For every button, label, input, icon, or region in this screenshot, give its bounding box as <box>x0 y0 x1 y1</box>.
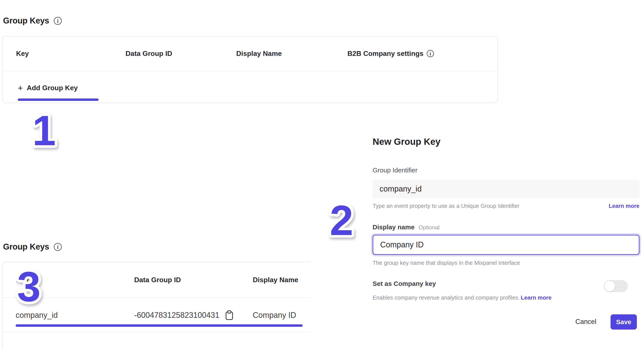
display-name-label-row: Display name Optional <box>372 224 440 231</box>
svg-text:3: 3 <box>17 263 40 310</box>
svg-text:i: i <box>57 244 58 250</box>
svg-text:i: i <box>57 18 58 24</box>
optional-tag: Optional <box>418 224 440 231</box>
column-header-display-name: Display Name <box>253 276 298 284</box>
page-title: Group Keys <box>3 16 49 26</box>
svg-text:2: 2 <box>330 197 353 244</box>
info-icon[interactable]: i <box>54 243 62 251</box>
info-icon[interactable]: i <box>54 17 62 25</box>
group-keys-table-top: Key Data Group ID Display Name B2B Compa… <box>2 36 498 103</box>
group-identifier-input[interactable] <box>372 180 640 198</box>
column-header-data-group-id: Data Group ID <box>126 50 172 58</box>
step-1-badge: 1 <box>24 106 65 156</box>
display-name-helper-text: The group key name that displays in the … <box>372 260 520 266</box>
column-header-display-name: Display Name <box>236 50 282 58</box>
table-header-divider <box>2 71 498 71</box>
annotation-underline-table-row <box>16 324 303 327</box>
learn-more-link[interactable]: Learn more <box>521 294 552 301</box>
group-keys-heading-top: Group Keys i <box>3 16 62 26</box>
display-name-input[interactable] <box>372 235 640 255</box>
company-key-toggle[interactable] <box>604 280 628 292</box>
group-identifier-helper-text: Type an event property to use as a Uniqu… <box>372 203 519 209</box>
svg-text:i: i <box>430 51 431 56</box>
copy-icon[interactable] <box>225 310 234 320</box>
learn-more-link[interactable]: Learn more <box>608 203 640 209</box>
table-cell-display-name: Company ID <box>253 311 296 320</box>
step-2-badge: 2 <box>321 196 362 246</box>
company-key-label: Set as Company key <box>372 280 436 287</box>
add-group-key-button[interactable]: + Add Group Key <box>18 84 78 92</box>
table-row-divider <box>2 332 311 332</box>
display-name-helper-row: The group key name that displays in the … <box>372 260 640 266</box>
group-keys-settings-tutorial: Group Keys i Key Data Group ID Display N… <box>0 0 644 350</box>
group-keys-heading-bottom: Group Keys i <box>3 242 62 252</box>
save-button[interactable]: Save <box>610 314 637 329</box>
step-3-badge: 3 <box>8 263 50 313</box>
cancel-button[interactable]: Cancel <box>576 318 596 326</box>
form-title: New Group Key <box>372 136 440 147</box>
annotation-underline-add-group-key <box>18 98 98 101</box>
table-cell-data-group-id: -6004783125823100431 <box>134 310 234 320</box>
toggle-knob <box>604 281 615 291</box>
column-header-key: Key <box>16 50 29 58</box>
display-name-label: Display name <box>372 224 414 231</box>
svg-text:1: 1 <box>32 107 56 154</box>
info-icon[interactable]: i <box>426 50 434 57</box>
column-header-data-group-id: Data Group ID <box>134 276 181 284</box>
group-identifier-label: Group Identifier <box>372 166 418 174</box>
company-key-helper-row: Enables company revenue analytics and co… <box>372 294 552 301</box>
column-header-b2b-company-settings: B2B Company settings i <box>348 50 434 58</box>
company-key-helper-text: Enables company revenue analytics and co… <box>372 294 520 301</box>
page-title: Group Keys <box>3 242 49 252</box>
group-identifier-helper-row: Type an event property to use as a Uniqu… <box>372 203 640 209</box>
